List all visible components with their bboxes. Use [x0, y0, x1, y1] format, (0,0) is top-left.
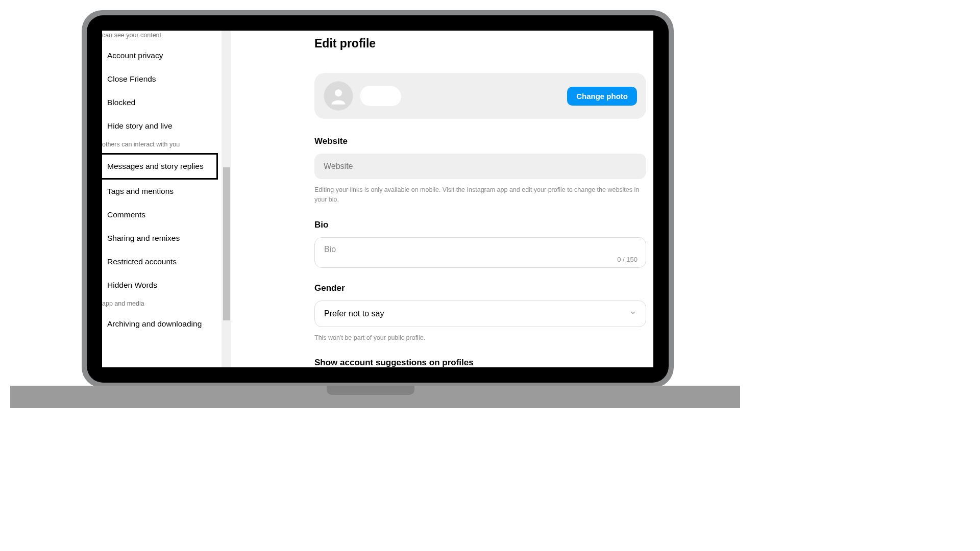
sidebar-item-sharing-remixes[interactable]: Sharing and remixes — [102, 227, 231, 250]
sidebar-item-blocked[interactable]: Blocked — [102, 91, 231, 114]
website-label: Website — [314, 136, 646, 146]
website-helper: Editing your links is only available on … — [314, 185, 646, 205]
person-icon — [328, 86, 349, 106]
sidebar-item-comments[interactable]: Comments — [102, 203, 231, 227]
svg-point-0 — [335, 89, 342, 96]
profile-left — [324, 81, 401, 111]
gender-label: Gender — [314, 283, 646, 293]
gender-select[interactable]: Prefer not to say — [314, 300, 646, 327]
gender-value: Prefer not to say — [324, 309, 384, 318]
bio-input[interactable]: Bio 0 / 150 — [314, 237, 646, 268]
suggestions-label: Show account suggestions on profiles — [314, 358, 646, 367]
gender-helper: This won't be part of your public profil… — [314, 333, 646, 343]
sidebar-item-messages-story-replies[interactable]: Messages and story replies — [102, 153, 218, 180]
website-input[interactable] — [314, 154, 646, 179]
sidebar-item-restricted-accounts[interactable]: Restricted accounts — [102, 250, 231, 273]
sidebar-item-hidden-words[interactable]: Hidden Words — [102, 273, 231, 297]
sidebar-item-close-friends[interactable]: Close Friends — [102, 67, 231, 91]
section-header-app-media: app and media — [102, 297, 231, 312]
settings-sidebar: can see your content Account privacy Clo… — [102, 31, 231, 367]
laptop-notch — [327, 386, 414, 395]
laptop-frame: can see your content Account privacy Clo… — [82, 10, 674, 388]
username-redacted — [360, 86, 401, 106]
main-content: Edit profile Change photo Website — [231, 31, 653, 367]
page-title: Edit profile — [314, 37, 646, 51]
sidebar-item-tags-mentions[interactable]: Tags and mentions — [102, 180, 231, 203]
profile-card: Change photo — [314, 73, 646, 119]
sidebar-item-hide-story[interactable]: Hide story and live — [102, 114, 231, 138]
chevron-down-icon — [629, 309, 636, 318]
screen: can see your content Account privacy Clo… — [102, 31, 653, 367]
bio-placeholder: Bio — [324, 245, 636, 254]
sidebar-item-archiving-downloading[interactable]: Archiving and downloading — [102, 312, 231, 336]
section-header-interact: others can interact with you — [102, 138, 231, 153]
laptop-bezel: can see your content Account privacy Clo… — [87, 15, 669, 383]
change-photo-button[interactable]: Change photo — [567, 87, 637, 106]
bio-label: Bio — [314, 220, 646, 230]
sidebar-item-account-privacy[interactable]: Account privacy — [102, 44, 231, 67]
bio-counter: 0 / 150 — [617, 256, 638, 263]
section-header-content: can see your content — [102, 31, 231, 44]
avatar — [324, 81, 353, 111]
